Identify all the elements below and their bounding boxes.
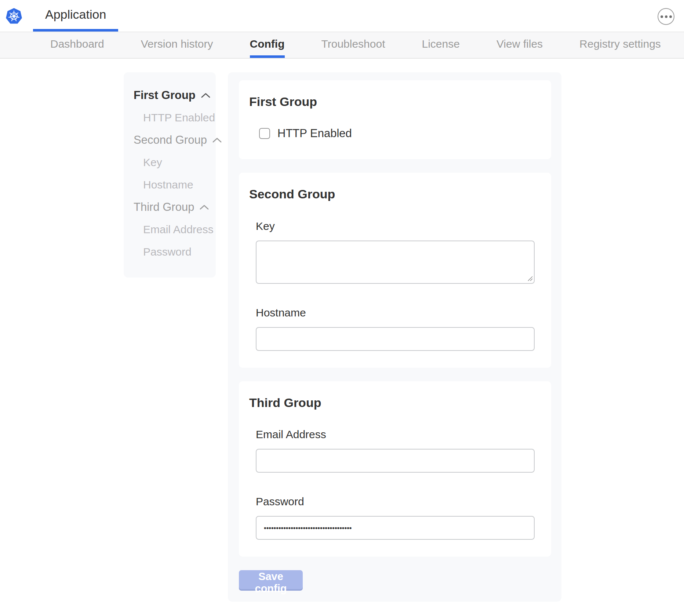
sidebar-item-http-enabled[interactable]: HTTP Enabled [143,111,212,124]
sidebar-group-first-group[interactable]: First Group [134,89,212,102]
tab-registry-settings[interactable]: Registry settings [579,32,661,58]
chevron-up-icon [199,204,209,210]
group-title: Third Group [249,395,535,410]
sidebar-item-key[interactable]: Key [143,156,212,169]
http-enabled-field: HTTP Enabled [259,127,535,140]
config-page: First Group HTTP Enabled Second Group Ke… [0,59,684,615]
http-enabled-label[interactable]: HTTP Enabled [277,127,352,140]
tab-troubleshoot[interactable]: Troubleshoot [321,32,385,58]
tab-view-files[interactable]: View files [496,32,543,58]
config-sidebar: First Group HTTP Enabled Second Group Ke… [124,72,216,278]
sidebar-group-third-group[interactable]: Third Group [134,201,212,213]
save-config-button[interactable]: Save config [239,570,303,589]
tab-version-history[interactable]: Version history [141,32,213,58]
password-field: Password [256,495,535,540]
chevron-up-icon [212,137,222,143]
config-form-container: First Group HTTP Enabled Second Group Ke… [228,72,561,602]
group-title: Second Group [249,187,535,202]
tab-license[interactable]: License [422,32,460,58]
chevron-up-icon [201,92,211,99]
config-group-second-group: Second Group Key Hostname [239,173,551,368]
password-label: Password [256,495,535,508]
email-address-field: Email Address [256,428,535,473]
http-enabled-checkbox[interactable] [259,128,270,139]
sidebar-group-second-group[interactable]: Second Group [134,134,212,146]
app-tab-application[interactable]: Application [33,0,118,32]
sidebar-item-email-address[interactable]: Email Address [143,223,212,236]
hostname-input[interactable] [256,327,535,351]
hostname-label: Hostname [256,307,535,319]
group-title: First Group [249,94,535,109]
password-input[interactable] [256,516,535,540]
email-address-input[interactable] [256,449,535,473]
top-header: Application [0,0,684,32]
config-group-first-group: First Group HTTP Enabled [239,80,551,159]
hostname-field: Hostname [256,307,535,351]
config-group-third-group: Third Group Email Address Password [239,381,551,557]
key-label: Key [256,220,535,232]
key-textarea[interactable] [256,241,535,284]
key-field: Key [256,220,535,284]
tab-dashboard[interactable]: Dashboard [50,32,104,58]
app-title: Application [45,7,106,22]
overflow-menu-button[interactable] [658,8,674,25]
email-address-label: Email Address [256,428,535,441]
section-tabbar: Dashboard Version history Config Trouble… [0,32,684,59]
ellipsis-icon [661,15,663,18]
sidebar-item-password[interactable]: Password [143,246,212,258]
kubernetes-logo-icon[interactable] [5,7,23,26]
tab-config[interactable]: Config [250,32,285,58]
sidebar-item-hostname[interactable]: Hostname [143,179,212,191]
